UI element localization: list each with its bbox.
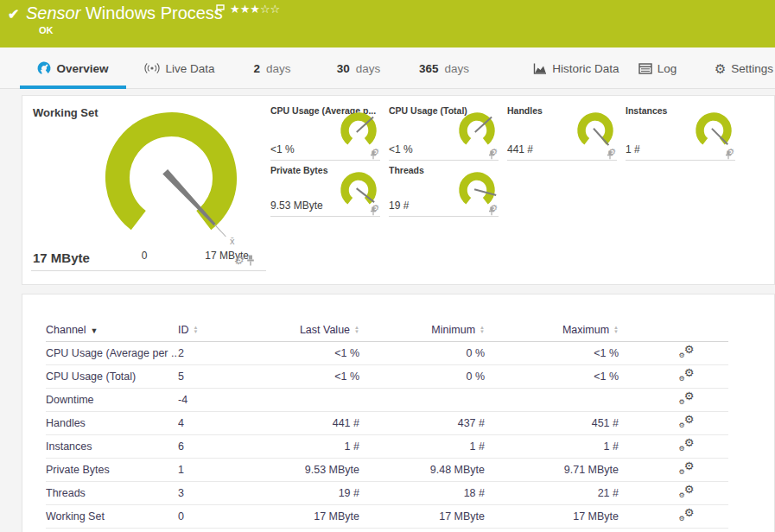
tab-historic-data[interactable]: Historic Data: [529, 48, 624, 89]
last-value: 17 MByte: [264, 504, 385, 528]
channel-name[interactable]: CPU Usage (Total): [46, 364, 178, 388]
channel-settings-icon[interactable]: ⚙⚙: [679, 345, 695, 358]
sensor-name: Windows Process: [86, 3, 223, 22]
object-kind-label: Sensor: [26, 3, 80, 22]
main-gauge-value: 17 MByte: [33, 250, 90, 265]
main-gauge: [72, 96, 270, 251]
gauge-value: <1 %: [270, 143, 295, 155]
tab-unit: days: [356, 62, 381, 75]
tab-unit: days: [445, 62, 470, 75]
tab-365-days[interactable]: 365 days: [413, 48, 475, 89]
channel-settings-icon[interactable]: ⚙⚙: [679, 368, 695, 382]
channel-id: 3: [178, 481, 264, 504]
column-header-actions: [645, 319, 728, 341]
pin-icon[interactable]: [370, 206, 377, 216]
channel-settings-icon[interactable]: ⚙⚙: [679, 484, 695, 498]
gauge-cell-handles: Handles 441 # ⚙: [507, 105, 617, 161]
tab-30-days[interactable]: 30 days: [332, 48, 385, 89]
pin-icon[interactable]: [488, 206, 495, 216]
small-gauge: [457, 108, 497, 151]
minimum-value: 0 %: [385, 364, 511, 388]
channel-settings-icon[interactable]: ⚙⚙: [679, 415, 695, 428]
channel-name[interactable]: Instances: [46, 434, 178, 458]
channel-name[interactable]: Private Bytes: [46, 458, 178, 481]
channel-name[interactable]: Threads: [46, 481, 178, 504]
tab-settings[interactable]: ⚙ Settings: [710, 48, 775, 89]
gauge-value: 9.53 MByte: [270, 200, 323, 212]
sort-icon: ▲▼: [480, 326, 485, 334]
column-header-maximum[interactable]: Maximum▲▼: [511, 319, 645, 341]
tab-label: Settings: [731, 62, 773, 75]
live-broadcast-icon: [144, 62, 160, 74]
gauge-cell-cpu-average: CPU Usage (Average p... <1 % ⚙: [270, 105, 380, 161]
minimum-value: [385, 388, 511, 411]
channel-settings-icon[interactable]: ⚙⚙: [679, 438, 695, 452]
channel-name[interactable]: CPU Usage (Average per ...: [46, 341, 178, 364]
page-title: Sensor Windows Process: [26, 3, 223, 23]
minimum-value: 9.48 MByte: [385, 458, 511, 481]
pin-icon[interactable]: [607, 150, 613, 160]
pin-icon[interactable]: [246, 255, 255, 266]
channel-settings-icon[interactable]: ⚙⚙: [679, 461, 695, 475]
channel-id: 1: [178, 458, 264, 481]
last-value: 441 #: [264, 411, 385, 434]
channel-gear-icon[interactable]: ⚙: [233, 255, 244, 266]
gauge-cell-private-bytes: Private Bytes 9.53 MByte ⚙: [270, 165, 380, 217]
table-row: Instances 6 1 # 1 # 1 # ⚙⚙: [46, 434, 728, 458]
minimum-value: 0 %: [385, 341, 511, 364]
column-header-id[interactable]: ID▲▼: [178, 319, 264, 341]
gauge-value: 19 #: [389, 200, 409, 212]
maximum-value: 17 MByte: [511, 504, 645, 528]
minimum-value: 18 #: [385, 481, 511, 504]
channel-name[interactable]: Downtime: [46, 388, 178, 411]
tab-label: Live Data: [165, 62, 214, 75]
last-value: 9.53 MByte: [264, 458, 385, 481]
maximum-value: <1 %: [511, 341, 645, 364]
sort-desc-icon: ▼: [91, 326, 98, 335]
sensor-header: ✔ Sensor Windows Process ★★★☆☆ OK: [0, 0, 775, 48]
last-value: <1 %: [264, 341, 385, 364]
table-row: CPU Usage (Average per ... 2 <1 % 0 % <1…: [46, 341, 728, 364]
channel-settings-icon[interactable]: ⚙⚙: [679, 391, 695, 405]
tab-label: Overview: [56, 62, 108, 75]
channel-table-panel: Channel▼ ID▲▼ Last Value▲▼ Minimum▲▼ Max…: [22, 294, 775, 532]
sort-icon: ▲▼: [613, 326, 619, 334]
priority-stars[interactable]: ★★★☆☆: [230, 3, 280, 16]
channel-name[interactable]: Working Set: [46, 504, 178, 528]
gauge-value: 441 #: [507, 143, 533, 155]
column-header-minimum[interactable]: Minimum▲▼: [385, 319, 511, 341]
divider: [31, 270, 266, 271]
channel-id: 0: [178, 504, 264, 528]
channel-id: -4: [178, 388, 264, 411]
tab-number: 2: [253, 62, 260, 75]
last-value: 1 #: [264, 434, 385, 458]
channel-name[interactable]: Handles: [46, 411, 178, 434]
minimum-value: 437 #: [385, 411, 511, 434]
tab-label: Historic Data: [552, 62, 619, 75]
pin-icon[interactable]: [370, 150, 377, 160]
channel-table: Channel▼ ID▲▼ Last Value▲▼ Minimum▲▼ Max…: [46, 319, 728, 529]
tab-overview[interactable]: Overview: [20, 48, 126, 89]
pin-icon[interactable]: [488, 150, 495, 160]
gauge-cell-threads: Threads 19 # ⚙: [389, 165, 499, 217]
channel-settings-icon[interactable]: ⚙⚙: [679, 508, 695, 522]
tab-number: 30: [337, 62, 350, 75]
small-gauge: [339, 108, 378, 151]
area-chart-icon: [533, 62, 547, 75]
column-header-channel[interactable]: Channel▼: [46, 319, 178, 341]
tab-live-data[interactable]: Live Data: [137, 48, 223, 89]
column-header-last-value[interactable]: Last Value▲▼: [264, 319, 385, 341]
channel-id: 2: [178, 341, 264, 364]
gauge-cell-instances: Instances 1 # ⚙: [626, 105, 735, 161]
last-value: 19 #: [264, 481, 385, 504]
tab-unit: days: [266, 62, 291, 75]
tab-2-days[interactable]: 2 days: [249, 48, 295, 89]
priority-flag-icon[interactable]: [215, 3, 226, 20]
table-row: Threads 3 19 # 18 # 21 # ⚙⚙: [46, 481, 728, 504]
tab-log[interactable]: Log: [630, 48, 685, 89]
pin-icon[interactable]: [725, 150, 732, 160]
minimum-value: 17 MByte: [385, 504, 511, 528]
gauge-icon: [37, 61, 51, 75]
maximum-value: 21 #: [511, 481, 645, 504]
maximum-value: 451 #: [511, 411, 645, 434]
